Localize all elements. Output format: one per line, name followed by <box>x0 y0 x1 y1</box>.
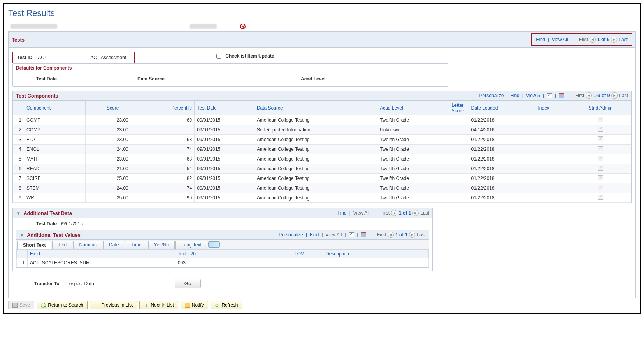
download-icon[interactable] <box>361 232 366 237</box>
tab-short-text[interactable]: Short Text <box>17 241 51 249</box>
cell-letterscore <box>449 135 469 145</box>
tests-counter: 1 of 5 <box>597 37 609 42</box>
col-letterscore[interactable]: Letter Score <box>449 101 469 115</box>
check-icon <box>598 136 603 141</box>
cell-acadlevel: Twelfth Grade <box>377 115 449 125</box>
redacted-id <box>190 24 217 29</box>
col-dateloaded[interactable]: Date Loaded <box>469 101 535 115</box>
components-next-button[interactable]: ► <box>611 92 618 99</box>
tab-long-text[interactable]: Long Text <box>175 241 207 249</box>
col-score[interactable]: Score <box>85 101 140 115</box>
check-icon <box>598 195 603 200</box>
cell-num: 2 <box>13 125 24 135</box>
table-row: 8STEM24.007409/01/2015American College T… <box>13 183 631 193</box>
download-icon[interactable] <box>559 93 564 98</box>
v-col-desc[interactable]: Description <box>323 250 429 258</box>
defaults-col-acadlevel: Acad Level <box>301 76 325 82</box>
v-col-lov[interactable]: LOV <box>292 250 323 258</box>
collapse-icon[interactable]: ▼ <box>16 211 21 216</box>
cell-percentile: 68 <box>140 135 195 145</box>
col-stndadmin[interactable]: Stnd Admin <box>570 101 631 115</box>
prev-icon: ↑ <box>94 303 99 308</box>
components-counter: 1-9 of 9 <box>593 93 610 98</box>
cell-field: ACT_SCALESCORES_SUM <box>28 258 175 267</box>
tests-next-button[interactable]: ► <box>611 37 617 43</box>
notify-button[interactable]: Notify <box>181 301 208 309</box>
tab-numeric[interactable]: Numeric <box>73 241 102 249</box>
cell-percentile: 74 <box>140 145 195 154</box>
table-row: 1COMP23.006909/01/2015American College T… <box>13 115 631 125</box>
additional-prev-button[interactable]: ◄ <box>391 210 397 216</box>
cell-score: 24.00 <box>85 183 140 193</box>
check-icon <box>598 185 603 190</box>
values-prev-button[interactable]: ◄ <box>388 232 394 238</box>
go-button[interactable]: Go <box>175 279 201 288</box>
tab-yesno[interactable]: Yes/No <box>148 241 175 249</box>
cell-component: SCIRE <box>24 174 86 183</box>
components-prev-button[interactable]: ◄ <box>586 92 592 99</box>
tab-date[interactable]: Date <box>103 241 125 249</box>
cell-testdate: 09/01/2015 <box>195 183 254 193</box>
additional-find-link[interactable]: Find <box>337 210 346 216</box>
tests-first-label: First <box>579 37 588 42</box>
refresh-button[interactable]: ⟳Refresh <box>211 301 242 309</box>
return-to-search-button[interactable]: Return to Search <box>37 301 88 309</box>
check-icon <box>598 117 603 122</box>
values-last: Last <box>417 232 426 237</box>
show-all-tabs-icon[interactable] <box>208 241 220 248</box>
cell-testdate: 09/01/2015 <box>195 145 254 154</box>
cell-dateloaded: 01/22/2018 <box>469 174 535 183</box>
values-counter: 1 of 1 <box>395 232 407 237</box>
tests-last-link[interactable]: Last <box>619 37 628 42</box>
zoom-icon[interactable] <box>349 232 354 237</box>
cell-dateloaded: 01/22/2018 <box>469 193 535 203</box>
test-id-label: Test ID <box>17 55 32 60</box>
cell-score: 21.00 <box>85 164 140 174</box>
zoom-icon[interactable] <box>547 93 552 98</box>
cell-testdate: 09/01/2015 <box>195 125 254 135</box>
cell-letterscore <box>449 174 469 183</box>
collapse-icon[interactable]: ▼ <box>19 232 24 238</box>
transfer-value: Prospect Data <box>65 281 94 286</box>
tests-find-link[interactable]: Find <box>536 37 545 42</box>
v-col-field[interactable]: Field <box>28 250 175 258</box>
cell-component: WR <box>24 193 86 203</box>
tests-viewall-link[interactable]: View All <box>552 37 568 42</box>
cell-stndadmin <box>570 154 631 164</box>
cell-component: MATH <box>24 154 86 164</box>
v-col-text20[interactable]: Text - 20 <box>175 250 292 258</box>
table-row: 5MATH23.006809/01/2015American College T… <box>13 154 631 164</box>
cell-acadlevel: Twelfth Grade <box>377 164 449 174</box>
cell-acadlevel: Twelfth Grade <box>377 183 449 193</box>
cell-num: 9 <box>13 193 24 203</box>
values-next-button[interactable]: ► <box>409 232 415 238</box>
components-personalize-link[interactable]: Personalize <box>479 93 504 98</box>
cell-lov <box>292 258 323 267</box>
checklist-update-checkbox[interactable] <box>216 54 221 59</box>
col-component[interactable]: Component <box>24 101 86 115</box>
cell-acadlevel: Twelfth Grade <box>377 174 449 183</box>
values-personalize-link[interactable]: Personalize <box>279 232 303 237</box>
tab-time[interactable]: Time <box>126 241 147 249</box>
previous-in-list-button[interactable]: ↑Previous in List <box>90 301 137 309</box>
cell-num: 1 <box>13 115 24 125</box>
col-datasource[interactable]: Data Source <box>254 101 377 115</box>
check-icon <box>598 127 603 132</box>
tab-text[interactable]: Text <box>52 241 72 249</box>
col-index[interactable]: Index <box>535 101 570 115</box>
tests-prev-button[interactable]: ◄ <box>590 37 596 43</box>
cell-score: 23.00 <box>85 125 140 135</box>
additional-next-button[interactable]: ► <box>412 210 419 216</box>
cell-letterscore <box>449 145 469 154</box>
test-id-value: ACT <box>38 55 47 60</box>
cell-index <box>535 135 570 145</box>
components-view5-link[interactable]: View 5 <box>526 93 540 98</box>
col-acadlevel[interactable]: Acad Level <box>377 101 449 115</box>
col-testdate[interactable]: Test Date <box>195 101 254 115</box>
cell-datasource: American College Testing <box>254 183 377 193</box>
cell-letterscore <box>449 125 469 135</box>
col-percentile[interactable]: Percentile <box>140 101 195 115</box>
next-in-list-button[interactable]: ↓Next in List <box>139 301 178 309</box>
components-find-link[interactable]: Find <box>510 93 519 98</box>
values-find-link[interactable]: Find <box>310 232 319 237</box>
